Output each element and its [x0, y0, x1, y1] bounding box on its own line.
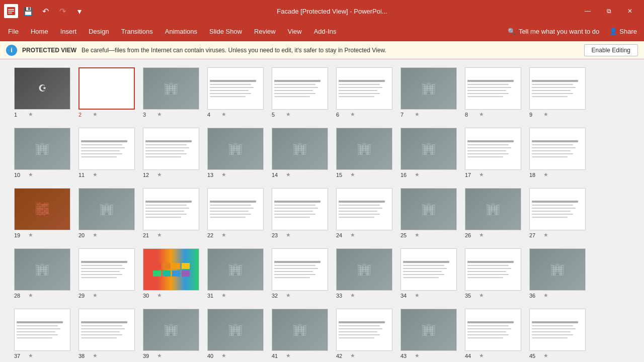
slide-item[interactable]: 🏢14★ [272, 128, 328, 178]
slide-star-icon[interactable]: ★ [350, 352, 355, 359]
menu-insert[interactable]: Insert [54, 24, 83, 39]
slide-star-icon[interactable]: ★ [286, 352, 291, 359]
slide-item[interactable]: 29★ [78, 248, 135, 299]
slide-star-icon[interactable]: ★ [93, 171, 98, 178]
slide-star-icon[interactable]: ★ [286, 292, 291, 299]
slide-item[interactable]: 9★ [529, 67, 586, 118]
slide-item[interactable]: 37★ [14, 309, 70, 359]
slide-item[interactable]: 44★ [465, 309, 521, 359]
slide-item[interactable]: 🏢10★ [14, 128, 70, 178]
slide-item[interactable]: 🏢28★ [14, 248, 70, 299]
slide-item[interactable]: 17★ [465, 128, 521, 178]
slide-star-icon[interactable]: ★ [479, 111, 484, 118]
menu-view[interactable]: View [282, 24, 308, 39]
slide-item[interactable]: 38★ [78, 309, 135, 359]
slide-star-icon[interactable]: ★ [350, 292, 355, 299]
slide-star-icon[interactable]: ★ [157, 171, 162, 178]
slide-item[interactable]: 🏢15★ [336, 128, 392, 178]
slide-star-icon[interactable]: ★ [286, 171, 291, 178]
slide-item[interactable]: 🏢39★ [143, 309, 199, 359]
slide-star-icon[interactable]: ★ [479, 232, 484, 238]
share-button[interactable]: 👤 Share [604, 26, 642, 37]
menu-design[interactable]: Design [83, 24, 115, 39]
menu-home[interactable]: Home [25, 24, 54, 39]
slide-star-icon[interactable]: ★ [479, 292, 484, 299]
slide-item[interactable]: 🏢36★ [529, 248, 586, 299]
slide-item[interactable]: 🏢41★ [272, 309, 328, 359]
slide-item[interactable]: 42★ [336, 309, 392, 359]
slide-star-icon[interactable]: ★ [415, 111, 420, 118]
slide-star-icon[interactable]: ★ [157, 292, 162, 299]
slide-item[interactable]: 🏢7★ [400, 67, 457, 118]
slide-item[interactable]: 🏢43★ [400, 309, 457, 359]
menu-animations[interactable]: Animations [159, 24, 203, 39]
slide-star-icon[interactable]: ★ [286, 111, 291, 118]
slide-star-icon[interactable]: ★ [221, 111, 226, 118]
slide-item[interactable]: ☪1★ [14, 67, 70, 118]
slide-star-icon[interactable]: ★ [415, 232, 420, 238]
redo-button[interactable]: ↷ [55, 4, 69, 18]
menu-slideshow[interactable]: Slide Show [203, 24, 248, 39]
slide-item[interactable]: 🏢25★ [400, 188, 457, 238]
slide-item[interactable]: 🏢31★ [207, 248, 264, 299]
save-button[interactable]: 💾 [21, 4, 35, 18]
slide-star-icon[interactable]: ★ [543, 352, 548, 359]
slide-item[interactable]: 🏢40★ [207, 309, 264, 359]
slide-star-icon[interactable]: ★ [543, 171, 548, 178]
slide-star-icon[interactable]: ★ [415, 292, 420, 299]
menu-transitions[interactable]: Transitions [115, 24, 159, 39]
slide-item[interactable]: 27★ [529, 188, 586, 238]
slide-star-icon[interactable]: ★ [350, 171, 355, 178]
slide-item[interactable]: 🏢20★ [78, 188, 135, 238]
slide-star-icon[interactable]: ★ [286, 232, 291, 238]
slide-star-icon[interactable]: ★ [157, 352, 162, 359]
slide-item[interactable]: 🏢3★ [143, 67, 199, 118]
slide-item[interactable]: 5★ [272, 67, 328, 118]
slide-star-icon[interactable]: ★ [28, 171, 33, 178]
slide-star-icon[interactable]: ★ [28, 232, 33, 238]
tellme-input[interactable]: 🔍 Tell me what you want to do [503, 26, 604, 37]
slide-star-icon[interactable]: ★ [221, 292, 226, 299]
slide-item[interactable]: 22★ [207, 188, 264, 238]
slide-item[interactable]: 8★ [465, 67, 521, 118]
slide-item[interactable]: 2★ [78, 67, 135, 118]
slide-star-icon[interactable]: ★ [93, 352, 98, 359]
slide-item[interactable]: 30★ [143, 248, 199, 299]
slide-item[interactable]: 18★ [529, 128, 586, 178]
slide-item[interactable]: 🏢16★ [400, 128, 457, 178]
slide-star-icon[interactable]: ★ [93, 232, 98, 238]
slide-item[interactable]: 35★ [465, 248, 521, 299]
minimize-button[interactable]: — [578, 4, 598, 19]
slide-item[interactable]: 21★ [143, 188, 199, 238]
slide-star-icon[interactable]: ★ [221, 352, 226, 359]
slide-star-icon[interactable]: ★ [479, 171, 484, 178]
undo-button[interactable]: ↶ [38, 4, 52, 18]
slide-star-icon[interactable]: ★ [157, 232, 162, 238]
slide-item[interactable]: 12★ [143, 128, 199, 178]
quick-access-button[interactable]: ▾ [72, 4, 87, 18]
slide-star-icon[interactable]: ★ [350, 111, 355, 118]
slide-item[interactable]: 6★ [336, 67, 392, 118]
slide-item[interactable]: 34★ [400, 248, 457, 299]
enable-editing-button[interactable]: Enable Editing [584, 44, 638, 56]
menu-addins[interactable]: Add-Ins [308, 24, 343, 39]
slide-star-icon[interactable]: ★ [221, 171, 226, 178]
slide-star-icon[interactable]: ★ [543, 111, 548, 118]
slide-star-icon[interactable]: ★ [543, 232, 548, 238]
close-button[interactable]: ✕ [620, 4, 640, 19]
slide-item[interactable]: 🧱19★ [14, 188, 70, 238]
menu-review[interactable]: Review [248, 24, 282, 39]
slide-star-icon[interactable]: ★ [479, 352, 484, 359]
slide-item[interactable]: 11★ [78, 128, 135, 178]
slide-item[interactable]: 23★ [272, 188, 328, 238]
restore-button[interactable]: ⧉ [599, 4, 619, 19]
slide-star-icon[interactable]: ★ [415, 352, 420, 359]
slide-star-icon[interactable]: ★ [93, 292, 98, 299]
slide-item[interactable]: 🏢26★ [465, 188, 521, 238]
slide-item[interactable]: 45★ [529, 309, 586, 359]
slide-item[interactable]: 🏢33★ [336, 248, 392, 299]
slide-star-icon[interactable]: ★ [157, 111, 162, 118]
slide-star-icon[interactable]: ★ [28, 111, 33, 118]
slide-item[interactable]: 🏢13★ [207, 128, 264, 178]
slide-star-icon[interactable]: ★ [350, 232, 355, 238]
